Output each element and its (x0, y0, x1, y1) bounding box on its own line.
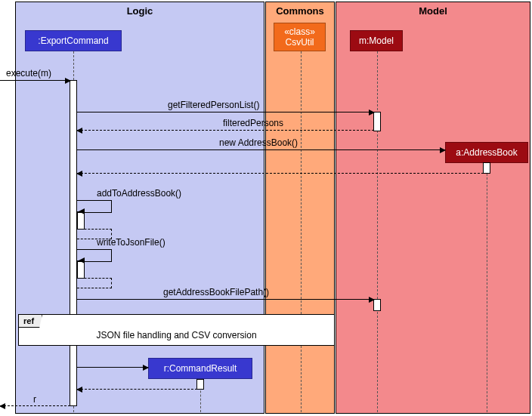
newaddressbook-arrow (77, 149, 445, 150)
return-r-arrow (0, 405, 70, 406)
getfilepath-arrow (77, 299, 374, 300)
commandresult-return-arrow (77, 389, 197, 390)
ref-text: JSON file handling and CSV conversion (19, 330, 334, 341)
execute-arrow (0, 80, 70, 81)
model-box: m:Model (350, 30, 403, 51)
addressbook-label: a:AddressBook (456, 147, 517, 158)
getfiltered-label: getFilteredPersonList() (168, 100, 259, 110)
ref-tag: ref (18, 314, 42, 328)
writetojson-arrowhead (79, 257, 85, 263)
addtoaddressbook-arrowhead (79, 208, 85, 214)
writetojson-label: writeToJsonFile() (97, 237, 165, 248)
filteredpersons-arrow (77, 130, 374, 131)
model-container: Model (336, 2, 530, 414)
commandresult-activation (196, 379, 204, 390)
csv-util-stereo: «class» (279, 26, 320, 37)
commons-container: Commons (265, 2, 335, 414)
getfilepath-label: getAddressBookFilePath() (163, 287, 269, 297)
addressbook-activation (483, 162, 490, 174)
csv-util-name: CsvUtil (279, 37, 320, 48)
addressbook-lifeline (487, 162, 487, 412)
commandresult-label: r:CommandResult (164, 363, 237, 374)
addressbook-box: a:AddressBook (445, 142, 528, 163)
create-commandresult-arrow (77, 367, 148, 368)
addtoaddressbook-label: addToAddressBook() (97, 188, 181, 199)
addressbook-return-arrow (77, 173, 484, 174)
model-lifeline (377, 51, 378, 412)
filteredpersons-label: filteredPersons (223, 118, 283, 128)
ref-box: ref JSON file handling and CSV conversio… (18, 314, 335, 346)
logic-header: Logic (16, 2, 264, 20)
csv-util-lifeline (301, 51, 302, 412)
commons-header: Commons (266, 2, 334, 20)
return-r-label: r (33, 394, 36, 405)
csv-util-box: «class» CsvUtil (274, 23, 326, 51)
commandresult-box: r:CommandResult (148, 358, 252, 379)
export-command-box: :ExportCommand (25, 30, 122, 51)
export-command-label: :ExportCommand (38, 35, 108, 46)
getfiltered-arrow (77, 112, 374, 112)
model-label: m:Model (359, 35, 394, 46)
newaddressbook-label: new AddressBook() (219, 137, 298, 148)
model-header: Model (336, 2, 530, 20)
logic-container: Logic (15, 2, 264, 414)
execute-label: execute(m) (6, 68, 51, 79)
writetojson-return (77, 278, 112, 288)
